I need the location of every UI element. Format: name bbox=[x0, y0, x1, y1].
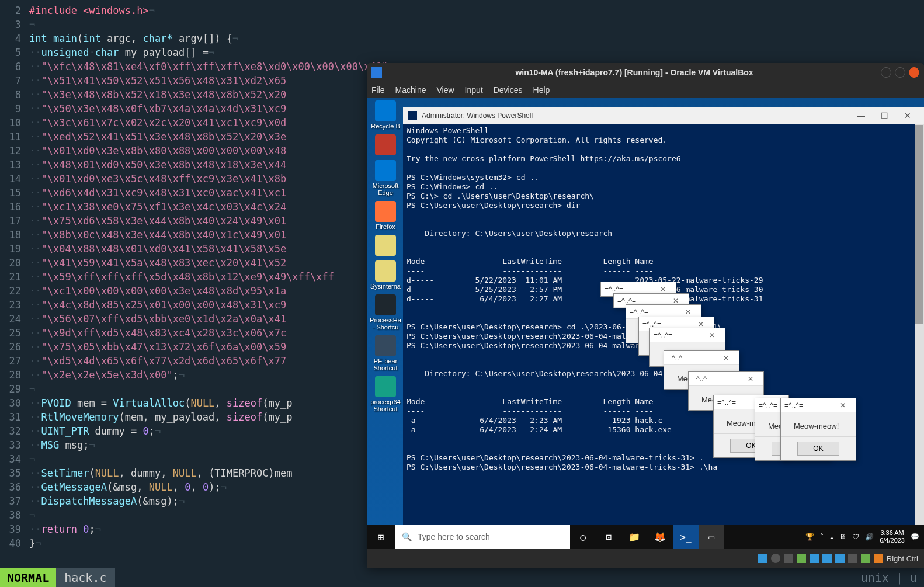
close-button[interactable] bbox=[909, 67, 919, 78]
close-button[interactable]: ✕ bbox=[896, 111, 919, 120]
powershell-taskbar-icon[interactable]: >_ bbox=[673, 525, 699, 549]
start-button[interactable]: ⊞ bbox=[367, 525, 395, 549]
messagebox-title-text: =^..^= bbox=[617, 297, 666, 305]
desktop-icon-label: PE-bear Shortcut bbox=[369, 357, 402, 371]
desktop-icon[interactable]: Firefox bbox=[369, 201, 402, 230]
line-number: 12 bbox=[0, 144, 29, 158]
line-number: 16 bbox=[0, 200, 29, 214]
optical-icon bbox=[771, 554, 780, 563]
ok-button[interactable]: OK bbox=[797, 442, 839, 456]
firefox-taskbar-icon[interactable]: 🦊 bbox=[647, 525, 673, 549]
desktop-icon-image bbox=[375, 294, 396, 315]
close-icon[interactable]: ✕ bbox=[679, 308, 697, 316]
line-number: 37 bbox=[0, 494, 29, 508]
file-explorer-icon[interactable]: 📁 bbox=[621, 525, 647, 549]
network-icon[interactable]: 🖥 bbox=[839, 533, 846, 541]
taskbar-clock[interactable]: 3:36 AM 6/4/2023 bbox=[880, 529, 905, 544]
virtualbox-icon bbox=[371, 67, 382, 78]
app-taskbar-icon[interactable]: ▭ bbox=[699, 525, 724, 549]
notifications-icon[interactable]: 💬 bbox=[911, 533, 919, 541]
system-tray[interactable]: 🏆 ˄ ☁ 🖥 🛡 🔊 3:36 AM 6/4/2023 💬 bbox=[801, 529, 924, 544]
desktop-icon-image bbox=[375, 335, 396, 356]
menu-file[interactable]: File bbox=[371, 85, 385, 95]
powershell-titlebar[interactable]: Administrator: Windows PowerShell — ☐ ✕ bbox=[403, 107, 924, 124]
close-icon[interactable]: ✕ bbox=[833, 401, 852, 409]
messagebox-titlebar[interactable]: =^..^=✕ bbox=[689, 372, 763, 386]
desktop-icon-label: Sysinterna bbox=[369, 283, 402, 290]
messagebox-titlebar[interactable]: =^..^=✕ bbox=[664, 351, 739, 365]
shared-folder-icon bbox=[822, 554, 832, 563]
desktop-icon-image bbox=[375, 100, 396, 121]
vim-mode-indicator: NORMAL bbox=[0, 568, 56, 587]
line-number: 24 bbox=[0, 312, 29, 326]
desktop-icon[interactable]: Sysinterna bbox=[369, 260, 402, 290]
line-number: 9 bbox=[0, 102, 29, 116]
desktop-icon[interactable]: procexp64 Shortcut bbox=[369, 376, 402, 412]
volume-icon[interactable]: 🔊 bbox=[865, 533, 874, 541]
messagebox-titlebar[interactable]: =^..^=✕ bbox=[781, 398, 856, 412]
search-icon: 🔍 bbox=[402, 532, 412, 541]
usb-icon bbox=[810, 554, 819, 563]
scrollbar-thumb[interactable] bbox=[915, 125, 923, 324]
line-number: 28 bbox=[0, 368, 29, 382]
desktop-icon[interactable]: Microsoft Edge bbox=[369, 160, 402, 196]
close-icon[interactable]: ✕ bbox=[692, 320, 710, 328]
menu-help[interactable]: Help bbox=[533, 85, 550, 95]
task-view-icon[interactable]: ⊡ bbox=[596, 525, 621, 549]
line-number: 33 bbox=[0, 438, 29, 452]
menu-view[interactable]: View bbox=[436, 85, 454, 95]
maximize-button[interactable]: ☐ bbox=[873, 111, 896, 120]
line-number: 17 bbox=[0, 214, 29, 228]
line-number: 39 bbox=[0, 522, 29, 536]
menu-devices[interactable]: Devices bbox=[494, 85, 523, 95]
line-number: 26 bbox=[0, 340, 29, 354]
recording-icon bbox=[848, 554, 857, 563]
code-line[interactable]: 2#include <windows.h>¬ bbox=[0, 4, 924, 18]
desktop-icon-image bbox=[375, 160, 396, 181]
messagebox-text: Meow-meow! bbox=[781, 412, 856, 436]
close-icon[interactable]: ✕ bbox=[654, 285, 672, 293]
code-line[interactable]: 5··unsigned·char my_payload[] =¬ bbox=[0, 46, 924, 60]
minimize-button[interactable] bbox=[881, 67, 891, 78]
close-icon[interactable]: ✕ bbox=[666, 297, 685, 305]
line-number: 5 bbox=[0, 46, 29, 60]
virtualbox-menubar: FileMachineViewInputDevicesHelp bbox=[367, 82, 924, 98]
code-line[interactable]: 3¬ bbox=[0, 18, 924, 32]
close-icon[interactable]: ✕ bbox=[741, 375, 760, 383]
desktop-icon[interactable]: Recycle B bbox=[369, 100, 402, 130]
tray-chevron-icon[interactable]: ˄ bbox=[820, 533, 824, 541]
line-number: 30 bbox=[0, 396, 29, 410]
virtualbox-statusbar: Right Ctrl bbox=[367, 549, 924, 568]
maximize-button[interactable] bbox=[895, 67, 905, 78]
minimize-button[interactable]: — bbox=[849, 111, 873, 120]
defender-icon[interactable]: 🛡 bbox=[852, 533, 859, 541]
close-icon[interactable]: ✕ bbox=[717, 354, 735, 362]
vm-guest-desktop[interactable]: Recycle BMicrosoft EdgeFirefoxSysinterna… bbox=[367, 98, 924, 549]
desktop-icon-image bbox=[375, 201, 396, 222]
menu-machine[interactable]: Machine bbox=[395, 85, 426, 95]
desktop-icon-image bbox=[375, 376, 396, 397]
code-line[interactable]: 4int main(int argc, char* argv[]) {¬ bbox=[0, 32, 924, 46]
tray-icon[interactable]: 🏆 bbox=[805, 533, 814, 541]
line-number: 27 bbox=[0, 354, 29, 368]
desktop-icon[interactable]: PE-bear Shortcut bbox=[369, 335, 402, 371]
line-number: 15 bbox=[0, 186, 29, 200]
display-icon bbox=[835, 554, 845, 563]
close-icon[interactable]: ✕ bbox=[703, 331, 721, 339]
menu-input[interactable]: Input bbox=[465, 85, 483, 95]
messagebox[interactable]: =^..^=✕Meow-meow!OK bbox=[780, 398, 856, 461]
line-number: 10 bbox=[0, 116, 29, 130]
cortana-icon[interactable]: ○ bbox=[570, 525, 596, 549]
onedrive-icon[interactable]: ☁ bbox=[829, 533, 833, 541]
scrollbar[interactable] bbox=[915, 124, 924, 549]
messagebox-titlebar[interactable]: =^..^=✕ bbox=[650, 328, 725, 342]
virtualbox-titlebar[interactable]: win10-MA (fresh+idapro7.7) [Running] - O… bbox=[367, 63, 924, 82]
line-number: 20 bbox=[0, 256, 29, 270]
desktop-icon[interactable]: ProcessHa - Shortcu bbox=[369, 294, 402, 331]
taskbar-search[interactable]: 🔍 Type here to search bbox=[395, 525, 570, 549]
desktop-icon[interactable] bbox=[369, 235, 402, 256]
desktop-icon[interactable] bbox=[369, 134, 402, 155]
editor-filename: hack.c bbox=[56, 568, 114, 587]
host-key-label: Right Ctrl bbox=[887, 554, 918, 563]
line-number: 36 bbox=[0, 480, 29, 494]
